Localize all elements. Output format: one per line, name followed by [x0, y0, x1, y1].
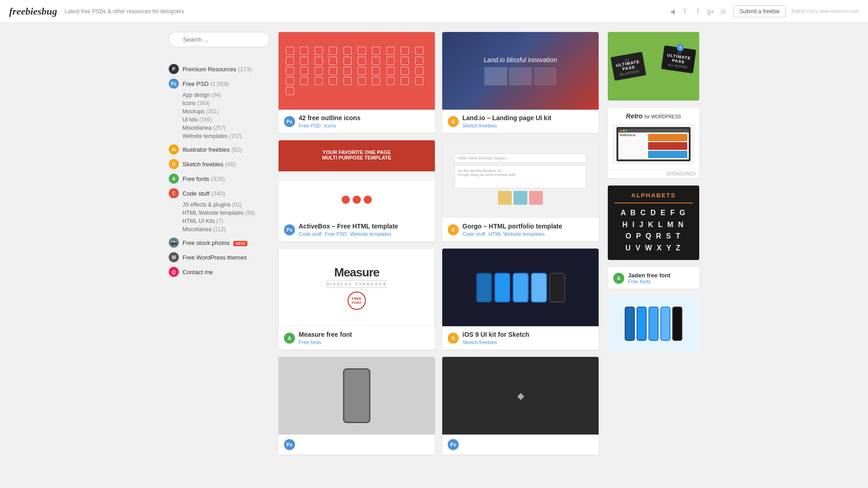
- card-ios9-tag1[interactable]: Sketch freebies: [462, 339, 497, 345]
- tagline: Latest free PSDs & other resources for d…: [64, 8, 184, 15]
- phone-shape-1: [625, 307, 635, 341]
- card-landio-header: S Land.io – Landing page UI kit Sketch f…: [448, 114, 593, 128]
- sub-ui-kits[interactable]: UI kits (156): [182, 116, 269, 124]
- ultimate-pass-banner[interactable]: UI ULTIMATEPASS ALL ACCESS 9 UI ULTIMATE…: [608, 32, 699, 101]
- phone-shape-3: [648, 307, 659, 341]
- card-landio-tag1[interactable]: Sketch freebies: [462, 123, 497, 128]
- ultimate-pass-bg: UI ULTIMATEPASS ALL ACCESS 9 UI ULTIMATE…: [608, 32, 699, 101]
- card-activebox-tag2[interactable]: Free PSD: [325, 231, 347, 237]
- card-gorgo-image: Hello there Brenda Vargas... I'm the fri…: [442, 140, 599, 218]
- card-landio-meta: Sketch freebies: [462, 123, 551, 128]
- retro-title: Retro for WORDPRESS: [612, 112, 695, 120]
- sub-miscellanea[interactable]: Miscellanea (257): [182, 124, 269, 132]
- sidebar-item-code[interactable]: C Code stuff (340): [169, 186, 269, 201]
- facebook-icon[interactable]: f: [693, 7, 702, 16]
- card-landio-icon: S: [448, 116, 459, 127]
- card-bottom2-title: [462, 440, 464, 448]
- sidebar-item-stock-photos[interactable]: 📷 Free stock photos NEW: [169, 235, 269, 250]
- card-ios9-image: [442, 249, 599, 326]
- code-icon: C: [169, 188, 179, 198]
- search-wrapper: 🔍: [169, 32, 269, 54]
- card-bottom1[interactable]: Ps: [279, 357, 435, 455]
- sidebar-item-free-psd[interactable]: Ps Free PSD (1,559): [169, 76, 269, 91]
- alphabets-ad[interactable]: ALPHABETS A B C D E F G H I J K L M N O …: [608, 186, 699, 260]
- card-gorgo-tag1[interactable]: Code stuff: [462, 231, 485, 237]
- sub-code-misc[interactable]: Miscellanea (112): [182, 225, 269, 233]
- sketch-label: Sketch freebies (45): [182, 161, 236, 168]
- jaden-font-icon: A: [613, 273, 624, 284]
- card-gorgo-tag2[interactable]: HTML Website templates: [488, 231, 545, 237]
- card-measure-icon: A: [284, 333, 295, 344]
- jaden-font-card[interactable]: A Jaden free font Free fonts: [608, 267, 699, 289]
- dribbble-icon[interactable]: ⊙: [719, 7, 728, 16]
- sub-icons[interactable]: Icons (369): [182, 99, 269, 107]
- submit-freebie-button[interactable]: Submit a freebie: [734, 5, 785, 17]
- card-gorgo-info: Gorgo – HTML portfolio template Code stu…: [462, 223, 562, 237]
- card-icons-tag2[interactable]: Icons: [324, 123, 336, 128]
- card-ios9-header: S iOS 9 UI kit for Sketch Sketch freebie…: [448, 331, 593, 345]
- freepsd-label: Free PSD (1,559): [182, 80, 229, 87]
- card-gorgo-body: S Gorgo – HTML portfolio template Code s…: [442, 218, 599, 241]
- logo[interactable]: freebiesbug: [9, 5, 57, 17]
- search-input[interactable]: [169, 32, 269, 47]
- phone-mockup-card[interactable]: [608, 296, 699, 351]
- jaden-font-info: Jaden free font Free fonts: [628, 272, 670, 284]
- freepsd-icon: Ps: [169, 79, 179, 89]
- phone-shape-2: [637, 307, 647, 341]
- sub-html-templates[interactable]: HTML Website templates (56): [182, 209, 269, 217]
- sketch-icon: S: [169, 159, 179, 169]
- card-landio-image: Land.io blissful innovation: [442, 32, 599, 110]
- sub-html-ui[interactable]: HTML UI Kits (7): [182, 217, 269, 225]
- card-bottom2-icon: Ps: [448, 439, 459, 450]
- card-landio-title: Land.io – Landing page UI kit: [462, 114, 551, 122]
- alphabets-grid: A B C D E F G H I J K L M N O P Q R S T …: [614, 207, 693, 254]
- card-icons-title: 42 free outline icons Free PSD Icons: [299, 114, 360, 128]
- illustrator-label: Illustrator freebies (62): [182, 146, 242, 153]
- card-activebox-image: YOUR FAVORITE ONE PAGEMULTI PURPOSE TEMP…: [279, 140, 435, 218]
- card-activebox-tag3[interactable]: Website templates: [350, 231, 391, 237]
- phone-shape-5: [672, 307, 682, 341]
- card-bottom2[interactable]: ◆ Ps: [442, 357, 599, 455]
- card-bottom2-body: Ps: [442, 435, 599, 455]
- main-layout: 🔍 P Premium Resources (173) Ps Free PSD …: [160, 23, 708, 464]
- sub-mockups[interactable]: Mockups (351): [182, 107, 269, 116]
- card-measure-body: A Measure free font Free fonts: [279, 326, 435, 350]
- card-icons-image: [279, 32, 435, 110]
- fonts-label: Free fonts (328): [182, 175, 225, 182]
- sidebar-item-sketch[interactable]: S Sketch freebies (45): [169, 157, 269, 171]
- sub-js[interactable]: JS effects & plugins (91): [182, 201, 269, 209]
- card-activebox-tag1[interactable]: Code stuff: [299, 231, 321, 237]
- sidebar-item-illustrator[interactable]: Ai Illustrator freebies (62): [169, 142, 269, 157]
- card-ios9-meta: Sketch freebies: [462, 339, 529, 345]
- sidebar-item-fonts[interactable]: A Free fonts (328): [169, 171, 269, 186]
- card-activebox-title: ActiveBox – Free HTML template: [299, 223, 398, 230]
- rss-icon[interactable]: ◀: [668, 7, 677, 16]
- card-gorgo[interactable]: Hello there Brenda Vargas... I'm the fri…: [442, 140, 599, 241]
- sidebar-item-premium[interactable]: P Premium Resources (173): [169, 62, 269, 76]
- sub-app-design[interactable]: App design (94): [182, 91, 269, 99]
- google-plus-icon[interactable]: g+: [706, 7, 715, 16]
- sponsored-label: SPONSORED: [608, 169, 699, 178]
- card-activebox-info: ActiveBox – Free HTML template Code stuf…: [299, 223, 398, 237]
- stock-photos-label: Free stock photos NEW: [182, 239, 247, 246]
- card-measure-tag1[interactable]: Free fonts: [299, 339, 321, 345]
- alphabets-divider: [614, 202, 693, 203]
- code-subitems: JS effects & plugins (91) HTML Website t…: [169, 201, 269, 233]
- card-measure-header: A Measure free font Free fonts: [284, 331, 429, 345]
- phone-row: [625, 307, 682, 341]
- card-measure[interactable]: Measure DISPLAY TYPEFACE FREEFONT A Meas…: [279, 249, 435, 350]
- wordpress-label: Free WordPress themes: [182, 254, 247, 261]
- sidebar-item-contact[interactable]: @ Contact me: [169, 265, 269, 279]
- card-bottom1-title: [299, 440, 300, 448]
- card-landio[interactable]: Land.io blissful innovation S Land.io – …: [442, 32, 599, 133]
- card-ios9[interactable]: S iOS 9 UI kit for Sketch Sketch freebie…: [442, 249, 599, 350]
- card-activebox[interactable]: YOUR FAVORITE ONE PAGEMULTI PURPOSE TEMP…: [279, 140, 435, 241]
- sub-website-templates[interactable]: Website templates (157): [182, 132, 269, 140]
- retro-wordpress-card[interactable]: Retro for WORDPRESS PORTFOLIO: [608, 108, 699, 178]
- twitter-icon[interactable]: 𝕋: [680, 7, 690, 16]
- jaden-font-title: Jaden free font: [628, 272, 670, 279]
- sidebar-item-wordpress[interactable]: W Free WordPress themes: [169, 250, 269, 265]
- card-icons-tag1[interactable]: Free PSD: [299, 123, 321, 128]
- card-icons[interactable]: Ps 42 free outline icons Free PSD Icons: [279, 32, 435, 133]
- card-icons-header: Ps 42 free outline icons Free PSD Icons: [284, 114, 429, 128]
